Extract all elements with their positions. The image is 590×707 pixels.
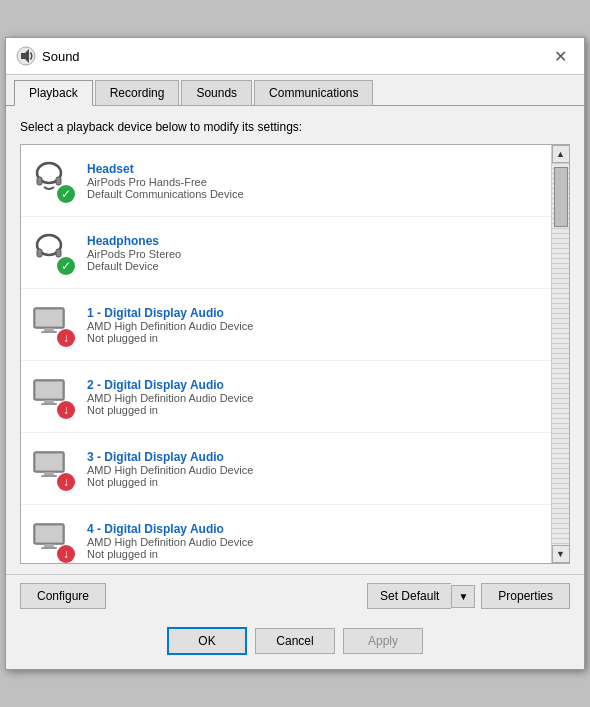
close-button[interactable]: ✕: [546, 46, 574, 66]
svg-rect-18: [44, 472, 54, 475]
sound-dialog: Sound ✕ Playback Recording Sounds Commun…: [5, 37, 585, 670]
scrollbar-track: ▲ ▼: [551, 145, 569, 563]
dda2-status: Not plugged in: [87, 404, 541, 416]
svg-rect-21: [36, 526, 62, 542]
dda4-info: 4 - Digital Display Audio AMD High Defin…: [87, 522, 541, 560]
device-item-headphones[interactable]: ✓ Headphones AirPods Pro Stereo Default …: [21, 217, 551, 289]
headset-icon-wrap: ✓: [31, 159, 75, 203]
headphones-status-badge: ✓: [57, 257, 75, 275]
set-default-arrow[interactable]: ▼: [451, 585, 475, 608]
headphones-info: Headphones AirPods Pro Stereo Default De…: [87, 234, 541, 272]
svg-rect-3: [37, 177, 42, 185]
dda3-info: 3 - Digital Display Audio AMD High Defin…: [87, 450, 541, 488]
dda1-status: Not plugged in: [87, 332, 541, 344]
dda2-info: 2 - Digital Display Audio AMD High Defin…: [87, 378, 541, 416]
dda3-status-badge: ↓: [57, 473, 75, 491]
bottom-controls: Configure Set Default ▼ Properties: [6, 574, 584, 617]
scroll-up-button[interactable]: ▲: [552, 145, 570, 163]
dda2-status-badge: ↓: [57, 401, 75, 419]
headphones-sub: AirPods Pro Stereo: [87, 248, 541, 260]
tab-playback[interactable]: Playback: [14, 80, 93, 106]
configure-button[interactable]: Configure: [20, 583, 106, 609]
svg-rect-6: [37, 249, 42, 257]
svg-rect-15: [41, 403, 57, 405]
headphones-name: Headphones: [87, 234, 541, 248]
scroll-thumb[interactable]: [554, 167, 568, 227]
device-item-dda3[interactable]: ↓ 3 - Digital Display Audio AMD High Def…: [21, 433, 551, 505]
dda2-name: 2 - Digital Display Audio: [87, 378, 541, 392]
dda4-name: 4 - Digital Display Audio: [87, 522, 541, 536]
dda4-icon-wrap: ↓: [31, 519, 75, 563]
cancel-button[interactable]: Cancel: [255, 628, 335, 654]
svg-rect-11: [41, 331, 57, 333]
svg-rect-17: [36, 454, 62, 470]
svg-rect-4: [56, 177, 61, 185]
dda3-status: Not plugged in: [87, 476, 541, 488]
dda1-icon-wrap: ↓: [31, 303, 75, 347]
headset-status: Default Communications Device: [87, 188, 541, 200]
headphones-status: Default Device: [87, 260, 541, 272]
svg-rect-13: [36, 382, 62, 398]
instruction-text: Select a playback device below to modify…: [20, 120, 570, 134]
title-bar: Sound ✕: [6, 38, 584, 75]
headset-status-badge: ✓: [57, 185, 75, 203]
device-item-dda1[interactable]: ↓ 1 - Digital Display Audio AMD High Def…: [21, 289, 551, 361]
svg-rect-9: [36, 310, 62, 326]
device-item-dda2[interactable]: ↓ 2 - Digital Display Audio AMD High Def…: [21, 361, 551, 433]
dda4-status-badge: ↓: [57, 545, 75, 563]
dda3-icon-wrap: ↓: [31, 447, 75, 491]
dda2-icon-wrap: ↓: [31, 375, 75, 419]
headphones-icon-wrap: ✓: [31, 231, 75, 275]
dda1-status-badge: ↓: [57, 329, 75, 347]
dda3-sub: AMD High Definition Audio Device: [87, 464, 541, 476]
svg-rect-10: [44, 328, 54, 331]
dda2-sub: AMD High Definition Audio Device: [87, 392, 541, 404]
set-default-group: Set Default ▼: [367, 583, 475, 609]
tab-bar: Playback Recording Sounds Communications: [6, 75, 584, 106]
properties-button[interactable]: Properties: [481, 583, 570, 609]
main-content: Select a playback device below to modify…: [6, 106, 584, 574]
svg-rect-19: [41, 475, 57, 477]
device-list-container: ✓ Headset AirPods Pro Hands-Free Default…: [20, 144, 570, 564]
device-item-headset[interactable]: ✓ Headset AirPods Pro Hands-Free Default…: [21, 145, 551, 217]
speaker-icon: [16, 46, 36, 66]
svg-rect-14: [44, 400, 54, 403]
scroll-thumb-area: [552, 163, 569, 545]
dda1-sub: AMD High Definition Audio Device: [87, 320, 541, 332]
dda1-info: 1 - Digital Display Audio AMD High Defin…: [87, 306, 541, 344]
dda4-sub: AMD High Definition Audio Device: [87, 536, 541, 548]
tab-sounds[interactable]: Sounds: [181, 80, 252, 106]
device-list[interactable]: ✓ Headset AirPods Pro Hands-Free Default…: [21, 145, 551, 563]
dda4-status: Not plugged in: [87, 548, 541, 560]
headset-sub: AirPods Pro Hands-Free: [87, 176, 541, 188]
ok-button[interactable]: OK: [167, 627, 247, 655]
tab-communications[interactable]: Communications: [254, 80, 373, 106]
window-title: Sound: [42, 49, 80, 64]
headset-info: Headset AirPods Pro Hands-Free Default C…: [87, 162, 541, 200]
device-item-dda4[interactable]: ↓ 4 - Digital Display Audio AMD High Def…: [21, 505, 551, 563]
dda1-name: 1 - Digital Display Audio: [87, 306, 541, 320]
svg-rect-23: [41, 547, 57, 549]
svg-rect-7: [56, 249, 61, 257]
tab-recording[interactable]: Recording: [95, 80, 180, 106]
scroll-down-button[interactable]: ▼: [552, 545, 570, 563]
headset-name: Headset: [87, 162, 541, 176]
set-default-button[interactable]: Set Default: [367, 583, 451, 609]
apply-button[interactable]: Apply: [343, 628, 423, 654]
action-buttons: OK Cancel Apply: [6, 617, 584, 669]
svg-rect-22: [44, 544, 54, 547]
title-bar-left: Sound: [16, 46, 80, 66]
dda3-name: 3 - Digital Display Audio: [87, 450, 541, 464]
